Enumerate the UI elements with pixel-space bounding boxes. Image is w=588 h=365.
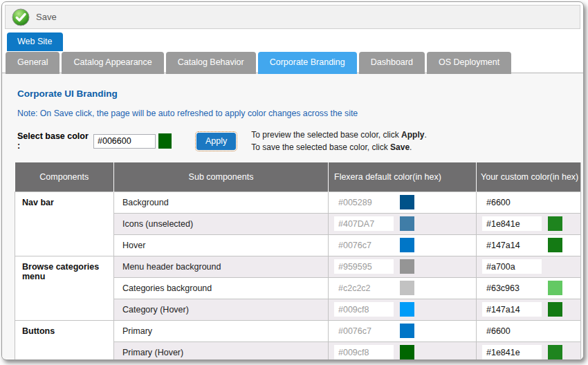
custom-color-input[interactable] — [482, 302, 542, 317]
app-window: Save Web Site GeneralCatalog AppearanceC… — [1, 1, 584, 360]
default-color-swatch — [400, 238, 414, 252]
base-color-label: Select base color : — [17, 131, 93, 151]
subcomponent-cell: Menu header background — [114, 256, 329, 277]
note-text: Note: On Save click, the page will be au… — [15, 99, 583, 118]
default-color-input — [334, 345, 394, 359]
component-cell: Nav bar — [15, 191, 114, 256]
default-color-swatch — [400, 345, 414, 359]
header-default-color: Flexera default color(in hex) — [329, 162, 477, 191]
tab-catalog-behavior[interactable]: Catalog Behavior — [166, 52, 256, 74]
hint-line-save: To save the selected base color, click S… — [251, 141, 426, 153]
base-color-row: Select base color : Apply To preview the… — [17, 129, 583, 153]
custom-color-input[interactable] — [482, 281, 542, 295]
save-button[interactable]: Save — [36, 12, 57, 22]
table-row: Nav barBackground — [15, 191, 581, 213]
tab-corporate-branding[interactable]: Corporate Branding — [258, 52, 357, 74]
custom-color-swatch — [548, 238, 562, 252]
custom-color-swatch — [548, 345, 562, 359]
table-header-row: Components Sub components Flexera defaul… — [15, 162, 581, 191]
default-color-input — [334, 259, 394, 274]
default-color-swatch — [400, 302, 414, 317]
subcomponent-cell: Category (Hover) — [114, 299, 329, 320]
default-color-swatch — [400, 216, 414, 231]
hint-text: To preview the selected base color, clic… — [251, 129, 426, 153]
default-color-input — [334, 302, 394, 317]
branding-table: Components Sub components Flexera defaul… — [15, 162, 581, 360]
site-tab-row: Web Site — [2, 32, 583, 52]
default-color-swatch — [400, 281, 414, 295]
table-row: ButtonsPrimary — [15, 320, 581, 341]
tab-strip: GeneralCatalog AppearanceCatalog Behavio… — [2, 52, 583, 73]
default-color-swatch — [400, 195, 414, 209]
subcomponent-cell: Categories background — [114, 277, 329, 299]
custom-color-input[interactable] — [482, 216, 542, 231]
default-color-swatch — [400, 259, 414, 274]
custom-color-input[interactable] — [482, 259, 542, 274]
apply-button[interactable]: Apply — [196, 133, 236, 150]
toolbar: Save — [5, 5, 580, 29]
table-row: Browse categories menuMenu header backgr… — [15, 256, 581, 277]
tab-catalog-appearance[interactable]: Catalog Appearance — [62, 52, 163, 74]
page-title: Corporate UI Branding — [15, 73, 583, 99]
branding-table-body: Nav barBackgroundIcons (unselected)Hover… — [15, 191, 581, 360]
component-cell: Browse categories menu — [15, 256, 114, 320]
custom-color-input[interactable] — [482, 238, 542, 252]
subcomponent-cell: Hover — [114, 234, 329, 256]
default-color-input — [334, 216, 394, 231]
subcomponent-cell: Primary (Hover) — [114, 341, 329, 360]
header-custom-color: Your custom color(in hex) — [477, 162, 581, 191]
default-color-input — [334, 195, 394, 209]
default-color-input — [334, 281, 394, 295]
subcomponent-cell: Icons (unselected) — [114, 213, 329, 234]
component-cell: Buttons — [15, 320, 114, 360]
corporate-branding-panel: Corporate UI Branding Note: On Save clic… — [2, 73, 583, 359]
default-color-input — [334, 238, 394, 252]
subcomponent-cell: Primary — [114, 320, 329, 341]
header-components: Components — [15, 162, 114, 191]
default-color-input — [334, 324, 394, 338]
custom-color-swatch — [548, 216, 562, 231]
custom-color-input[interactable] — [482, 195, 542, 209]
header-sub-components: Sub components — [114, 162, 329, 191]
custom-color-swatch — [548, 281, 562, 295]
tab-dashboard[interactable]: Dashboard — [359, 52, 425, 74]
save-check-icon[interactable] — [12, 8, 30, 26]
custom-color-input[interactable] — [482, 345, 542, 359]
custom-color-input[interactable] — [482, 324, 542, 338]
subcomponent-cell: Background — [114, 191, 329, 213]
tab-os-deployment[interactable]: OS Deployment — [427, 52, 511, 74]
hint-line-preview: To preview the selected base color, clic… — [251, 129, 426, 141]
tab-general[interactable]: General — [6, 52, 59, 74]
tab-web-site[interactable]: Web Site — [7, 32, 63, 51]
custom-color-swatch — [548, 302, 562, 317]
base-color-swatch — [158, 133, 172, 149]
base-color-input[interactable] — [93, 134, 156, 149]
default-color-swatch — [400, 324, 414, 338]
